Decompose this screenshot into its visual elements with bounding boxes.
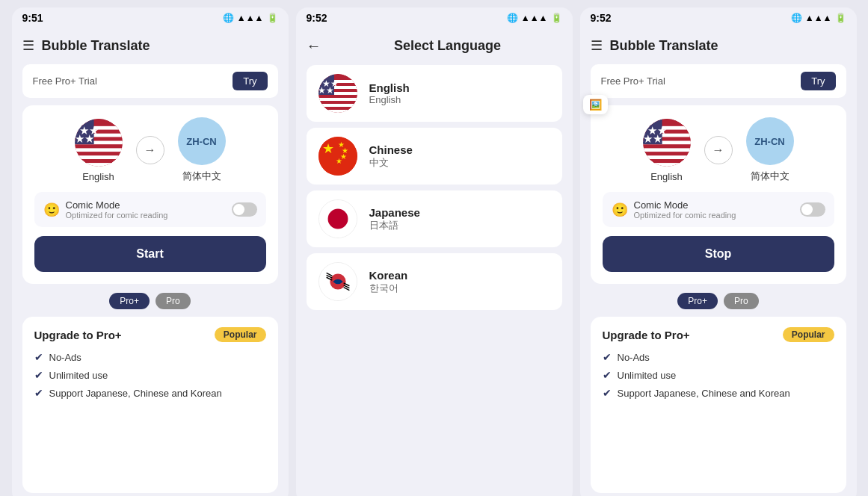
lang-name-chinese: Chinese [369, 143, 413, 156]
start-button-1[interactable]: Start [34, 236, 266, 272]
try-button-1[interactable]: Try [233, 72, 267, 90]
upgrade-title-1: Upgrade to Pro+ [34, 329, 122, 341]
lang-item-korean[interactable]: Korean 한국어 [307, 253, 562, 310]
app-title-1: Bubble Translate [42, 38, 278, 54]
check-icon-3: ✔ [34, 387, 43, 399]
globe-icon-1: 🌐 [223, 13, 234, 23]
stop-button-3[interactable]: Stop [603, 236, 834, 272]
app-title-3: Bubble Translate [610, 38, 846, 54]
upgrade-card-1: Upgrade to Pro+ Popular ✔ No-Ads ✔ Unlim… [22, 317, 278, 493]
svg-rect-27 [318, 107, 357, 110]
comic-subtitle-1: Optimized for comic reading [66, 211, 226, 220]
popular-badge-1: Popular [215, 327, 266, 342]
feature-label-2-1: Unlimited use [49, 370, 108, 381]
comic-toggle-3[interactable] [800, 202, 825, 217]
signal-icon-2: ▲▲▲ [521, 13, 548, 23]
back-arrow-2[interactable]: ← [307, 37, 321, 55]
status-time-1: 9:51 [22, 12, 43, 24]
comic-icon-3: 🙂 [612, 202, 628, 218]
svg-rect-28 [318, 110, 357, 113]
to-flag-3: ZH-CN [746, 117, 794, 165]
trial-text-1: Free Pro+ Trial [33, 75, 97, 87]
globe-icon-2: 🌐 [507, 13, 518, 23]
app-header-1: ☰ Bubble Translate [22, 34, 278, 57]
language-card-3: 🖼️ [591, 105, 846, 284]
active-screen: 9:52 🌐 ▲▲▲ 🔋 ☰ Bubble Translate Free Pro… [580, 7, 857, 496]
svg-text:★: ★ [322, 141, 334, 156]
svg-rect-11 [75, 159, 123, 163]
from-flag-1: ★★★ ★★ [75, 119, 123, 167]
from-lang-label-3: English [650, 171, 683, 182]
feature-3-1: ✔ Support Japanese, Chinese and Korean [34, 387, 266, 399]
signal-icon-3: ▲▲▲ [805, 13, 832, 23]
signal-icon-1: ▲▲▲ [237, 13, 264, 23]
status-bar-3: 9:52 🌐 ▲▲▲ 🔋 [580, 7, 857, 27]
to-lang-label-3: 简体中文 [751, 170, 789, 183]
tags-row-3: Pro+ Pro [591, 293, 846, 309]
battery-icon-2: 🔋 [551, 13, 562, 23]
svg-rect-7 [75, 144, 123, 148]
popular-badge-3: Popular [783, 327, 834, 342]
comic-title-1: Comic Mode [66, 199, 226, 211]
screen-content-2: ← Select Language [296, 27, 573, 496]
lang-name-korean: Korean [369, 269, 408, 282]
to-lang-block-3[interactable]: ZH-CN 简体中文 [746, 117, 794, 183]
hamburger-icon-3[interactable]: ☰ [591, 37, 603, 54]
svg-text:★★: ★★ [318, 85, 334, 96]
feature-1-3: ✔ No-Ads [603, 351, 834, 363]
lang-item-english[interactable]: ★★★ ★★ English English [307, 65, 562, 122]
battery-icon-3: 🔋 [835, 13, 846, 23]
comic-title-3: Comic Mode [634, 199, 794, 211]
battery-icon-1: 🔋 [267, 13, 278, 23]
lang-native-japanese: 日本語 [369, 219, 420, 232]
comic-toggle-1[interactable] [232, 202, 257, 217]
lang-selector-3: ★★★ ★★ English → ZH-CN 简体中文 [603, 117, 834, 183]
lang-arrow-3: → [704, 136, 733, 164]
svg-rect-8 [75, 148, 123, 152]
flag-english: ★★★ ★★ [318, 74, 357, 113]
flag-korean [318, 262, 357, 301]
svg-rect-25 [318, 101, 357, 104]
popup-icon: 🖼️ [589, 99, 602, 111]
check-icon-3-2: ✔ [603, 369, 612, 381]
from-lang-block-1[interactable]: ★★★ ★★ English [75, 119, 123, 182]
lang-native-english: English [369, 94, 410, 105]
lang-native-korean: 한국어 [369, 282, 408, 295]
from-lang-label-1: English [82, 171, 114, 182]
svg-text:★★: ★★ [75, 132, 94, 145]
lang-item-japanese[interactable]: Japanese 日本語 [307, 190, 562, 247]
feature-3-3: ✔ Support Japanese, Chinese and Korean [603, 387, 834, 399]
lang-name-english: English [369, 81, 410, 94]
feature-1-1: ✔ No-Ads [34, 351, 266, 363]
comic-icon-1: 🙂 [43, 202, 60, 218]
lang-selector-1: ★★★ ★★ English → ZH-CN 简体中文 [34, 117, 266, 183]
hamburger-icon-1[interactable]: ☰ [22, 37, 34, 54]
svg-rect-58 [643, 155, 691, 159]
pro-plus-tag-1[interactable]: Pro+ [109, 293, 150, 309]
svg-rect-57 [643, 152, 691, 155]
status-icons-2: 🌐 ▲▲▲ 🔋 [507, 13, 562, 23]
pro-tag-1[interactable]: Pro [156, 293, 191, 309]
translation-popup: 🖼️ [583, 95, 608, 114]
pro-tag-3[interactable]: Pro [724, 293, 759, 309]
comic-mode-row-3: 🙂 Comic Mode Optimized for comic reading [603, 192, 834, 227]
svg-rect-59 [643, 159, 691, 163]
from-flag-3: ★★★ ★★ [643, 119, 691, 167]
svg-point-39 [327, 209, 348, 229]
check-icon-3-3: ✔ [603, 387, 612, 399]
svg-rect-55 [643, 144, 691, 148]
feature-label-3-3: Support Japanese, Chinese and Korean [618, 388, 790, 399]
svg-text:★★: ★★ [643, 132, 662, 145]
comic-text-1: Comic Mode Optimized for comic reading [66, 199, 226, 220]
from-lang-block-3[interactable]: ★★★ ★★ English [643, 119, 691, 182]
pro-plus-tag-3[interactable]: Pro+ [677, 293, 718, 309]
to-lang-block-1[interactable]: ZH-CN 简体中文 [178, 117, 226, 183]
try-button-3[interactable]: Try [801, 72, 835, 90]
language-list: ★★★ ★★ English English ★ ★ ★ [307, 65, 562, 310]
svg-rect-24 [318, 98, 357, 101]
tags-row-1: Pro+ Pro [22, 293, 278, 309]
svg-rect-56 [643, 148, 691, 152]
to-lang-label-1: 简体中文 [182, 170, 221, 183]
to-flag-1: ZH-CN [178, 117, 226, 165]
lang-item-chinese[interactable]: ★ ★ ★ ★ ★ Chinese 中文 [307, 128, 562, 185]
